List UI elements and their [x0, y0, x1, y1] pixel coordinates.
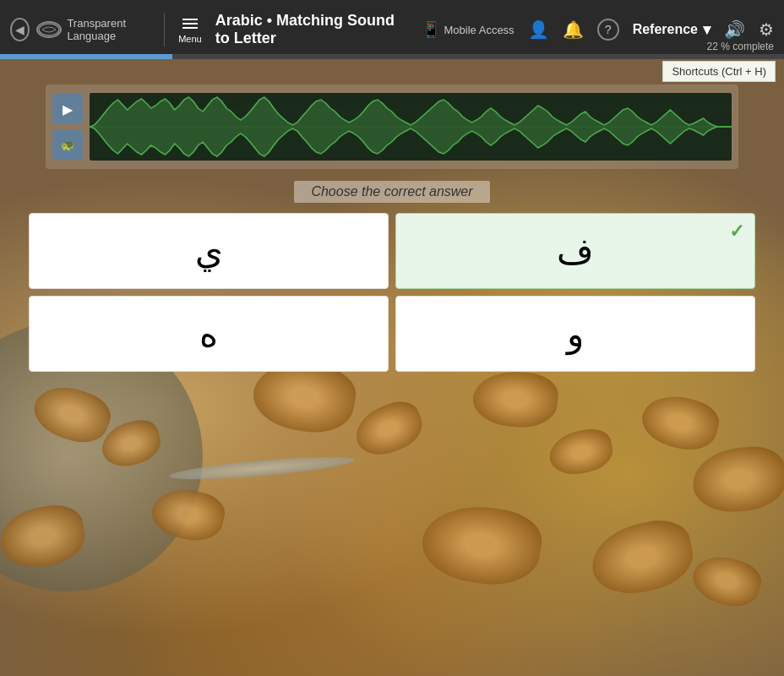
nav-right: 📱 Mobile Access 👤 🔔 ? Reference ▾ 🔊 ⚙ — [422, 19, 774, 41]
mobile-access-button[interactable]: 📱 Mobile Access — [422, 20, 514, 39]
sound-button[interactable]: 🔊 — [724, 19, 745, 40]
person-icon: 👤 — [528, 19, 549, 40]
phone-icon: 📱 — [422, 20, 440, 39]
answer-text-4: و — [567, 313, 584, 355]
logo-icon — [36, 21, 62, 38]
answer-text-2: ف — [557, 231, 594, 272]
user-button[interactable]: 👤 — [528, 19, 549, 40]
shortcuts-text: Shortcuts (Ctrl + H) — [672, 65, 766, 78]
question-icon: ? — [605, 23, 612, 36]
answer-text-1: ي — [195, 231, 223, 272]
progress-label: 22 % complete — [707, 41, 774, 52]
gear-icon: ⚙ — [759, 19, 774, 40]
hamburger-icon — [179, 15, 201, 32]
question-label: Choose the correct answer — [311, 184, 472, 199]
slow-icon: 🐢 — [61, 139, 74, 151]
waveform-panel: ▶ 🐢 // Generate waveform visually in SVG — [46, 84, 738, 169]
play-icon: ▶ — [63, 101, 73, 117]
top-navigation: ◀ Transparent Language Menu Arabic — [0, 0, 784, 59]
play-button[interactable]: ▶ — [52, 94, 83, 124]
logo-text: Transparent Language — [67, 17, 150, 42]
settings-button[interactable]: ⚙ — [759, 19, 774, 40]
divider — [164, 13, 165, 46]
answer-button-2[interactable]: ✓ ف — [395, 213, 755, 289]
back-button[interactable]: ◀ — [10, 18, 30, 41]
page-title: Arabic • Matching Sound to Letter — [215, 12, 413, 47]
checkmark: ✓ — [729, 221, 744, 243]
slow-play-button[interactable]: 🐢 — [52, 129, 83, 160]
logo-area: Transparent Language — [36, 17, 150, 42]
progress-bar-container — [0, 54, 784, 59]
mobile-access-label: Mobile Access — [444, 24, 514, 36]
menu-label: Menu — [178, 34, 202, 44]
main-content: ▶ 🐢 // Generate waveform visually in SVG — [0, 59, 784, 372]
answer-text-3: ه — [199, 313, 218, 355]
chevron-down-icon: ▾ — [703, 20, 710, 39]
answer-button-4[interactable]: و — [395, 296, 755, 372]
waveform-controls: ▶ 🐢 — [52, 94, 83, 160]
menu-button[interactable]: Menu — [178, 15, 202, 44]
waveform-display: // Generate waveform visually in SVG — [90, 93, 732, 161]
bell-icon: 🔔 — [563, 19, 584, 40]
progress-bar-fill — [0, 54, 172, 59]
answer-button-3[interactable]: ه — [29, 296, 389, 372]
notifications-button[interactable]: 🔔 — [563, 19, 584, 40]
answer-button-1[interactable]: ي — [29, 213, 389, 289]
help-button[interactable]: ? — [597, 19, 619, 41]
reference-button[interactable]: Reference ▾ — [633, 20, 710, 39]
nav-left: ◀ Transparent Language Menu Arabic — [10, 12, 413, 47]
answer-grid: ي ✓ ف ه و — [29, 213, 755, 372]
logo-svg — [38, 23, 60, 36]
back-icon: ◀ — [15, 23, 24, 36]
question-text: Choose the correct answer — [294, 181, 489, 203]
reference-label: Reference — [633, 22, 698, 37]
shortcuts-tooltip: Shortcuts (Ctrl + H) — [662, 61, 776, 82]
waveform-svg: // Generate waveform visually in SVG — [90, 93, 732, 161]
sound-icon: 🔊 — [724, 19, 745, 40]
